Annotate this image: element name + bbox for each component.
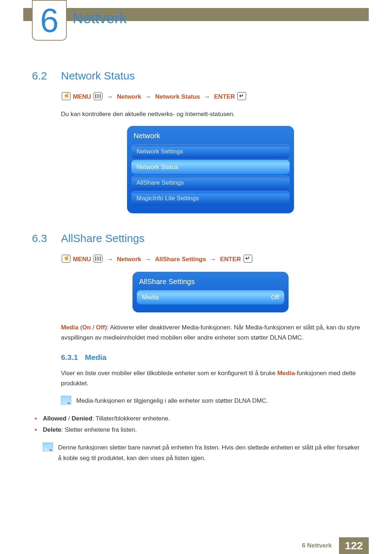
enter-icon xyxy=(237,92,246,100)
note-text: Denne funksjonen sletter bare navnet på … xyxy=(58,443,360,463)
heading-number: 6.3 xyxy=(32,232,61,245)
list-item: Allowed / Denied: Tillater/blokkerer enh… xyxy=(35,413,360,424)
path-enter: ENTER xyxy=(220,256,241,263)
path-enter: ENTER xyxy=(214,93,235,100)
heading-text: Media xyxy=(85,353,107,361)
network-menu-panel: Network Network Settings Network Status … xyxy=(127,126,294,213)
note: Denne funksjonen sletter bare navnet på … xyxy=(32,443,360,463)
bullet-list: Allowed / Denied: Tillater/blokkerer enh… xyxy=(32,413,360,435)
menu-item-magicinfo-settings[interactable]: MagicInfo Lite Settings xyxy=(131,191,290,205)
heading-text: Network Status xyxy=(61,70,135,82)
panel-title: AllShare Settings xyxy=(137,277,284,290)
heading-6-2: 6.2Network Status xyxy=(32,70,360,82)
allshare-panel: AllShare Settings Media Off xyxy=(132,272,289,312)
path-seg: AllShare Settings xyxy=(155,256,206,263)
paragraph-media-desc: Media (On / Off): Aktiverer eller deakti… xyxy=(32,323,360,343)
path-menu: MENU xyxy=(73,256,91,263)
enter-icon xyxy=(244,255,252,263)
heading-6-3-1: 6.3.1Media xyxy=(32,353,360,362)
nav-path-6-2: MENU → Network → Network Status → ENTER xyxy=(61,92,360,100)
chapter-box: 6 xyxy=(32,0,67,41)
note-icon xyxy=(61,396,71,405)
menu-icon xyxy=(94,255,102,263)
panel-title: Network xyxy=(131,131,290,144)
menu-item-network-settings[interactable]: Network Settings xyxy=(131,144,290,159)
nav-path-6-3: MENU → Network → AllShare Settings → ENT… xyxy=(61,255,360,263)
heading-number: 6.3.1 xyxy=(61,353,85,362)
menu-row-media[interactable]: Media Off xyxy=(137,290,284,304)
row-value: Off xyxy=(271,294,279,301)
menu-item-network-status[interactable]: Network Status xyxy=(131,160,290,174)
heading-number: 6.2 xyxy=(32,70,61,82)
remote-icon xyxy=(62,255,70,263)
note-icon xyxy=(43,443,53,451)
path-seg: Network xyxy=(117,256,141,263)
footer-page-number: 122 xyxy=(337,537,369,554)
list-item: Delete: Sletter enhetene fra listen. xyxy=(35,424,360,436)
heading-6-3: 6.3AllShare Settings xyxy=(32,232,360,245)
footer-chapter: 6 Nettverk xyxy=(302,542,337,549)
remote-icon xyxy=(62,92,70,100)
paragraph: Du kan kontrollere den aktuelle nettverk… xyxy=(61,109,360,119)
note-text: Media-funksjonen er tilgjengelig i alle … xyxy=(76,396,268,406)
menu-item-allshare-settings[interactable]: AllShare Settings xyxy=(131,176,290,190)
menu-icon xyxy=(94,92,102,100)
paragraph: Viser en liste over mobiler eller tilkob… xyxy=(32,368,360,389)
path-seg: Network Status xyxy=(155,93,200,100)
path-seg: Network xyxy=(117,93,141,100)
note: Media-funksjonen er tilgjengelig i alle … xyxy=(32,396,360,406)
heading-text: AllShare Settings xyxy=(61,232,144,244)
row-label: Media xyxy=(142,294,159,301)
footer: 6 Nettverk 122 xyxy=(0,537,392,554)
chapter-number: 6 xyxy=(33,1,66,40)
path-menu: MENU xyxy=(73,93,91,100)
chapter-title: Nettverk xyxy=(73,10,127,26)
